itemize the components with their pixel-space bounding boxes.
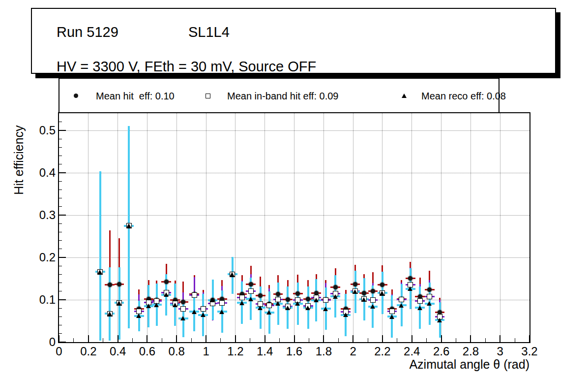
data-point-hit-eff <box>353 282 357 286</box>
x-minor-tick <box>73 338 74 342</box>
y-tick-label: 0.4 <box>26 166 56 180</box>
x-tick-label: 0 <box>56 345 62 358</box>
data-point-hit-eff <box>249 282 253 286</box>
grid-line-vertical <box>441 113 441 342</box>
data-point-reco-eff <box>248 297 253 301</box>
x-major-tick <box>412 335 412 342</box>
grid-line-vertical <box>470 113 471 342</box>
y-minor-tick <box>59 164 62 164</box>
x-major-tick <box>323 335 324 342</box>
data-point-reco-eff <box>427 301 432 306</box>
data-point-hit-eff <box>258 293 263 298</box>
x-tick-label: 1 <box>203 345 209 358</box>
x-minor-tick <box>220 338 221 342</box>
x-major-tick <box>59 335 59 342</box>
data-point-inband-hit-eff <box>389 309 395 314</box>
run-label: Run 5129 <box>57 24 118 40</box>
data-point-reco-eff <box>266 310 271 315</box>
y-minor-tick <box>59 223 62 224</box>
x-major-tick <box>147 335 147 342</box>
x-tick-label: 0.6 <box>139 345 155 358</box>
filled-triangle-icon <box>402 94 407 98</box>
error-bar-vertical <box>99 171 101 340</box>
data-point-reco-eff <box>353 289 357 294</box>
x-minor-tick <box>103 338 103 342</box>
data-point-reco-eff <box>408 286 412 291</box>
y-minor-tick <box>59 190 62 190</box>
x-minor-tick <box>132 338 133 342</box>
x-minor-tick <box>338 338 339 342</box>
data-point-hit-eff <box>181 300 185 304</box>
data-point-reco-eff <box>154 303 159 307</box>
y-minor-tick <box>59 291 62 291</box>
y-minor-tick <box>59 139 62 139</box>
error-bar-vertical <box>109 267 111 341</box>
x-major-tick <box>353 335 353 342</box>
data-point-hit-eff <box>276 292 280 296</box>
data-point-reco-eff <box>417 306 422 310</box>
data-point-reco-eff <box>126 223 131 228</box>
y-tick-label: 0 <box>26 335 56 349</box>
y-major-tick <box>59 342 66 343</box>
x-tick-label: 3.2 <box>521 345 537 358</box>
data-point-reco-eff <box>361 297 366 302</box>
data-point-reco-eff <box>230 272 235 277</box>
x-major-tick <box>500 335 500 342</box>
grid-line-vertical <box>235 113 235 342</box>
x-tick-label: 1.6 <box>286 345 302 358</box>
data-point-reco-eff <box>136 314 141 318</box>
x-tick-label: 1.2 <box>227 345 243 358</box>
x-major-tick <box>265 335 265 342</box>
data-point-inband-hit-eff <box>427 294 432 299</box>
x-tick-label: 3 <box>497 345 503 358</box>
legend-label-inband-hit-eff: Mean in-band hit eff: 0.09 <box>227 91 338 102</box>
y-major-tick <box>59 130 66 131</box>
y-axis-title: Hit efficiency <box>12 111 26 209</box>
y-major-tick <box>59 215 66 216</box>
y-minor-tick <box>59 266 62 266</box>
data-point-reco-eff <box>180 316 185 320</box>
data-point-reco-eff <box>323 307 328 311</box>
data-point-reco-eff <box>314 298 319 302</box>
data-point-hit-eff <box>164 280 169 284</box>
data-point-inband-hit-eff <box>266 303 272 308</box>
x-tick-label: 2.2 <box>374 345 390 358</box>
x-tick-label: 1.8 <box>316 345 332 358</box>
y-minor-tick <box>59 198 62 198</box>
open-square-icon <box>206 94 210 98</box>
y-minor-tick <box>59 181 62 182</box>
y-major-tick <box>59 299 66 300</box>
data-point-hit-eff <box>333 285 338 289</box>
grid-line-vertical <box>412 113 412 342</box>
x-tick-label: 0.8 <box>169 345 185 358</box>
data-point-hit-eff <box>286 297 290 302</box>
data-point-reco-eff <box>117 301 121 305</box>
data-point-reco-eff <box>275 301 280 306</box>
x-tick-label: 2.4 <box>404 345 420 358</box>
data-point-hit-eff <box>427 287 432 292</box>
y-tick-label: 0.1 <box>26 293 56 307</box>
x-minor-tick <box>368 338 368 342</box>
data-point-inband-hit-eff <box>370 297 376 303</box>
x-major-tick <box>176 335 177 342</box>
data-point-hit-eff <box>380 283 384 287</box>
legend-label-reco-eff: Mean reco eff: 0.08 <box>421 91 506 102</box>
y-minor-tick <box>59 274 62 275</box>
x-minor-tick <box>515 338 515 342</box>
y-minor-tick <box>59 325 62 325</box>
data-point-hit-eff <box>408 276 412 281</box>
data-point-reco-eff <box>239 301 244 305</box>
grid-line-vertical <box>353 113 353 342</box>
x-major-tick <box>470 335 471 342</box>
plot-area <box>58 112 530 343</box>
y-minor-tick <box>59 308 62 309</box>
data-point-reco-eff <box>285 306 290 310</box>
data-point-reco-eff <box>97 270 102 274</box>
data-point-reco-eff <box>146 304 151 308</box>
y-minor-tick <box>59 333 62 334</box>
x-major-tick <box>294 335 295 342</box>
x-minor-tick <box>397 338 397 342</box>
y-minor-tick <box>59 240 62 241</box>
x-minor-tick <box>456 338 456 342</box>
y-minor-tick <box>59 232 62 232</box>
